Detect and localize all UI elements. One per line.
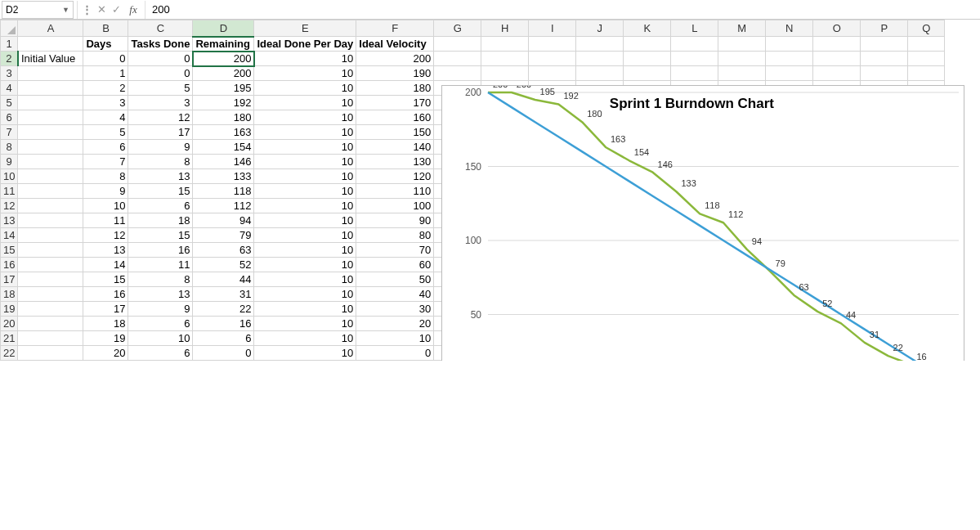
- cell[interactable]: 30: [356, 302, 434, 317]
- cell[interactable]: 10: [254, 66, 356, 81]
- cell[interactable]: 79: [193, 228, 254, 243]
- cell[interactable]: [18, 317, 83, 331]
- fx-icon[interactable]: fx: [123, 3, 143, 16]
- col-header[interactable]: B: [83, 20, 128, 37]
- cell[interactable]: [18, 287, 83, 302]
- col-header[interactable]: Q: [908, 20, 945, 37]
- cell[interactable]: 1: [83, 66, 128, 81]
- cell[interactable]: 40: [356, 287, 434, 302]
- cell[interactable]: [434, 37, 481, 52]
- cell[interactable]: [529, 66, 576, 81]
- cell[interactable]: 5: [128, 81, 193, 96]
- cell[interactable]: 163: [193, 125, 254, 140]
- cell[interactable]: [861, 66, 908, 81]
- col-header[interactable]: E: [254, 20, 356, 37]
- col-header[interactable]: K: [624, 20, 671, 37]
- cell[interactable]: 10: [254, 331, 356, 346]
- cell[interactable]: [813, 66, 861, 81]
- select-all-corner[interactable]: [1, 20, 18, 37]
- row-header[interactable]: 1: [1, 37, 18, 52]
- cell[interactable]: 130: [356, 155, 434, 169]
- cell[interactable]: [481, 37, 529, 52]
- cell[interactable]: 15: [128, 184, 193, 199]
- cell[interactable]: 7: [83, 155, 128, 169]
- row-header[interactable]: 15: [1, 243, 18, 258]
- cell[interactable]: 9: [128, 302, 193, 317]
- cell[interactable]: 17: [83, 302, 128, 317]
- row-header[interactable]: 18: [1, 287, 18, 302]
- cell[interactable]: 10: [254, 140, 356, 155]
- cell[interactable]: 0: [83, 52, 128, 66]
- row-header[interactable]: 20: [1, 317, 18, 331]
- cell[interactable]: [18, 258, 83, 272]
- cell[interactable]: [624, 52, 671, 66]
- cell[interactable]: 8: [83, 169, 128, 184]
- row-header[interactable]: 2: [1, 52, 18, 66]
- col-header[interactable]: M: [718, 20, 766, 37]
- cell[interactable]: 10: [254, 272, 356, 287]
- cell[interactable]: 200: [193, 66, 254, 81]
- name-box[interactable]: D2 ▼: [2, 1, 74, 19]
- cell[interactable]: Ideal Velocity: [356, 37, 434, 52]
- cell[interactable]: 180: [356, 81, 434, 96]
- cell[interactable]: [18, 155, 83, 169]
- col-header[interactable]: C: [128, 20, 193, 37]
- cell[interactable]: 190: [356, 66, 434, 81]
- row-header[interactable]: 22: [1, 346, 18, 361]
- cell[interactable]: [18, 110, 83, 125]
- cell[interactable]: 154: [193, 140, 254, 155]
- col-header[interactable]: F: [356, 20, 434, 37]
- cell[interactable]: 44: [193, 272, 254, 287]
- cell[interactable]: 195: [193, 81, 254, 96]
- cell[interactable]: 12: [83, 228, 128, 243]
- cell[interactable]: 6: [83, 140, 128, 155]
- cell[interactable]: 13: [128, 287, 193, 302]
- cell[interactable]: [529, 52, 576, 66]
- row-header[interactable]: 9: [1, 155, 18, 169]
- cell[interactable]: 160: [356, 110, 434, 125]
- cell[interactable]: 0: [193, 346, 254, 361]
- cell[interactable]: [718, 52, 766, 66]
- cell[interactable]: 0: [128, 52, 193, 66]
- cell[interactable]: 10: [254, 258, 356, 272]
- cell[interactable]: 10: [254, 81, 356, 96]
- cell[interactable]: [18, 272, 83, 287]
- cell[interactable]: 192: [193, 96, 254, 110]
- cell[interactable]: 10: [254, 317, 356, 331]
- cell[interactable]: [766, 37, 813, 52]
- row-header[interactable]: 3: [1, 66, 18, 81]
- cell[interactable]: [624, 66, 671, 81]
- more-icon[interactable]: ⋮: [79, 3, 94, 16]
- row-header[interactable]: 16: [1, 258, 18, 272]
- cell[interactable]: [861, 52, 908, 66]
- cell[interactable]: [18, 228, 83, 243]
- row-header[interactable]: 10: [1, 169, 18, 184]
- cell[interactable]: Tasks Done: [128, 37, 193, 52]
- cell[interactable]: 17: [128, 125, 193, 140]
- row-header[interactable]: 6: [1, 110, 18, 125]
- col-header[interactable]: D: [193, 20, 254, 37]
- cell[interactable]: [481, 52, 529, 66]
- cell[interactable]: 11: [128, 258, 193, 272]
- cell[interactable]: [813, 52, 861, 66]
- cell[interactable]: 15: [128, 228, 193, 243]
- row-header[interactable]: 5: [1, 96, 18, 110]
- col-header[interactable]: H: [481, 20, 529, 37]
- cell[interactable]: [766, 66, 813, 81]
- cell[interactable]: 10: [254, 125, 356, 140]
- cell[interactable]: [18, 302, 83, 317]
- cell[interactable]: [18, 140, 83, 155]
- cell[interactable]: [18, 243, 83, 258]
- row-header[interactable]: 7: [1, 125, 18, 140]
- cell[interactable]: 10: [254, 199, 356, 213]
- cell[interactable]: 10: [254, 52, 356, 66]
- cell[interactable]: 0: [356, 346, 434, 361]
- cell[interactable]: [671, 37, 718, 52]
- cell[interactable]: [18, 96, 83, 110]
- row-header[interactable]: 11: [1, 184, 18, 199]
- cell[interactable]: 133: [193, 169, 254, 184]
- cell[interactable]: 70: [356, 243, 434, 258]
- cell[interactable]: 10: [254, 302, 356, 317]
- cell[interactable]: [18, 169, 83, 184]
- cell[interactable]: 10: [254, 213, 356, 228]
